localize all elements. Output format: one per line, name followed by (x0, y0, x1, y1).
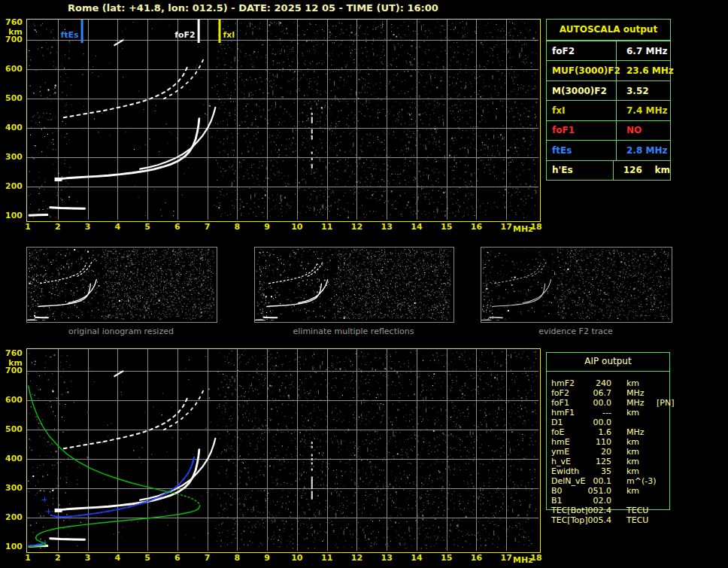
y-tick-label: 600 (0, 65, 23, 74)
y-tick-label: 200 (0, 513, 23, 522)
aip-table-header: AIP output (546, 352, 670, 372)
y-tick-label: 100 (0, 542, 23, 551)
autoscala-row: MUF(3000)F223.6 MHz (547, 60, 670, 80)
x-tick-label: 7 (200, 223, 215, 232)
aip-label: B0 (551, 486, 587, 496)
x-tick-label: 12 (349, 223, 364, 232)
aip-unit: MHz (626, 427, 654, 437)
autoscala-row-label: ftEs (547, 141, 617, 159)
x-tick-label: 9 (259, 554, 275, 563)
km-unit-label: km (0, 28, 23, 37)
y-tick-label: 300 (0, 484, 23, 493)
autoscala-window: Rome (lat: +41.8, lon: 012.5) - DATE: 20… (0, 0, 728, 568)
aip-label: TEC[Bot] (551, 506, 587, 515)
thumbnail-evidence-canvas (481, 248, 670, 320)
y-tick-label: 500 (0, 425, 23, 434)
x-tick-label: 2 (50, 223, 65, 232)
aip-unit: km (626, 437, 654, 447)
x-tick-label: 8 (229, 554, 244, 563)
aip-value: 00.1 (587, 476, 611, 486)
thumbnail-eliminate-reflections (254, 247, 454, 323)
x-tick-label: 7 (200, 554, 215, 563)
y-tick-label: 200 (0, 182, 23, 191)
aip-row: h_vE125km (546, 457, 689, 466)
x-tick-label: 16 (469, 223, 484, 232)
x-tick-label: 16 (469, 554, 484, 563)
y-tick-label: 760 (0, 18, 23, 27)
y-tick-label: 700 (0, 35, 23, 44)
autoscala-row: fxI7.4 MHz (547, 100, 670, 120)
aip-row: DelN_vE00.1m^(-3) (546, 476, 689, 486)
autoscala-row: M(3000)F23.52 (547, 80, 670, 100)
autoscala-row-label: MUF(3000)F2 (547, 61, 617, 80)
aip-value: 00.0 (587, 398, 611, 408)
bottom-ionogram-plot (26, 348, 541, 553)
aip-value: 1.6 (587, 427, 611, 437)
autoscala-row: foF26.7 MHz (547, 41, 670, 60)
autoscala-row-value: 2.8 MHz (617, 141, 670, 159)
x-tick-label: 13 (379, 554, 394, 563)
aip-value: 125 (587, 457, 611, 466)
x-tick-label: 1 (20, 554, 35, 563)
x-tick-label: 10 (290, 554, 305, 563)
aip-value: 110 (587, 437, 611, 447)
aip-row: TEC[Bot]002.4TECU (546, 506, 689, 515)
aip-value: 02.0 (587, 496, 611, 506)
marker-label-foF2: foF2 (174, 31, 196, 40)
aip-value: 005.4 (587, 515, 611, 525)
x-tick-label: 5 (140, 223, 155, 232)
autoscala-row-value: NO (617, 121, 670, 140)
thumbnail-caption-eliminate: eliminate multiple reflections (254, 327, 453, 336)
x-tick-label: 10 (290, 223, 305, 232)
aip-unit (626, 418, 654, 427)
x-tick-label: 17 (499, 223, 514, 232)
x-tick-label: 6 (170, 554, 185, 563)
autoscala-row: ftEs2.8 MHz (547, 140, 670, 159)
x-tick-label: 8 (229, 223, 244, 232)
autoscala-row-label: foF1 (547, 121, 617, 140)
aip-unit: km (626, 466, 654, 476)
thumbnail-original-canvas (27, 248, 215, 320)
thumbnail-caption-evidence: evidence F2 trace (481, 327, 671, 336)
x-tick-label: 15 (439, 223, 454, 232)
aip-label: hmE (551, 437, 587, 447)
mhz-unit-label: MHz (513, 225, 532, 234)
aip-label: DelN_vE (551, 476, 587, 486)
aip-label: ymE (551, 447, 587, 457)
aip-unit: MHz (626, 388, 654, 398)
aip-label: hmF1 (551, 408, 587, 418)
top-ionogram-canvas (27, 20, 538, 220)
km-unit-label: km (0, 359, 23, 368)
autoscala-row-label: M(3000)F2 (547, 81, 617, 100)
y-tick-label: 400 (0, 123, 23, 132)
x-tick-label: 12 (349, 554, 364, 563)
thumbnail-original-ionogram (26, 247, 217, 323)
autoscala-row-value: 6.7 MHz (617, 41, 670, 60)
aip-label: foF1 (551, 398, 587, 408)
thumbnail-caption-original: original ionogram resized (26, 327, 216, 336)
aip-value: 002.4 (587, 506, 611, 515)
y-tick-label: 600 (0, 396, 23, 405)
aip-label: foF2 (551, 388, 587, 398)
y-tick-label: 700 (0, 366, 23, 375)
autoscala-row-value: 3.52 (617, 81, 670, 100)
x-tick-label: 2 (50, 554, 65, 563)
autoscala-row-value: 23.6 MHz (617, 61, 674, 80)
aip-extra: [PN] (657, 398, 674, 408)
autoscala-row-label: foF2 (547, 41, 617, 60)
x-tick-label: 1 (20, 223, 35, 232)
autoscala-row: foF1NO (547, 120, 670, 140)
x-tick-label: 4 (110, 554, 125, 563)
thumbnail-evidence-f2 (481, 247, 672, 323)
aip-row: Ewidth35km (546, 466, 689, 476)
x-tick-label: 13 (379, 223, 394, 232)
top-ionogram-plot (26, 19, 541, 222)
aip-value: 051.0 (587, 486, 611, 496)
bottom-ionogram-canvas (27, 349, 538, 551)
aip-value: 20 (587, 447, 611, 457)
mhz-unit-label: MHz (513, 556, 532, 565)
aip-row: TEC[Top]005.4TECU (546, 515, 689, 525)
aip-unit: m^(-3) (626, 476, 654, 486)
aip-label: foE (551, 427, 587, 437)
aip-value: 240 (587, 378, 611, 388)
